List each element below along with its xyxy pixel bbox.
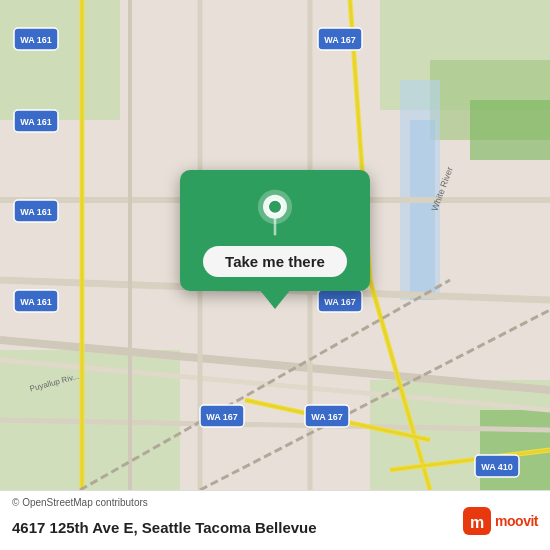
bottom-bar: © OpenStreetMap contributors 4617 125th … [0,490,550,550]
svg-text:m: m [470,514,484,531]
svg-text:WA 167: WA 167 [206,412,238,422]
moovit-brand-icon: m [463,507,491,535]
svg-text:WA 167: WA 167 [311,412,343,422]
moovit-logo: m moovit [463,507,538,535]
svg-text:WA 161: WA 161 [20,207,52,217]
svg-text:WA 161: WA 161 [20,297,52,307]
map-container: WA 161 WA 161 WA 161 WA 161 WA 167 WA 16… [0,0,550,490]
svg-rect-1 [0,0,120,120]
svg-rect-4 [470,100,550,160]
location-pin-icon [251,188,299,236]
svg-text:WA 167: WA 167 [324,297,356,307]
svg-text:WA 161: WA 161 [20,35,52,45]
moovit-brand-label: moovit [495,513,538,529]
svg-text:WA 410: WA 410 [481,462,513,472]
map-attribution: © OpenStreetMap contributors [12,497,148,508]
svg-point-52 [268,200,282,214]
svg-text:WA 167: WA 167 [324,35,356,45]
take-me-there-button[interactable]: Take me there [203,246,347,277]
popup-card: Take me there [180,170,370,291]
svg-text:WA 161: WA 161 [20,117,52,127]
address-label: 4617 125th Ave E, Seattle Tacoma Bellevu… [12,519,317,536]
